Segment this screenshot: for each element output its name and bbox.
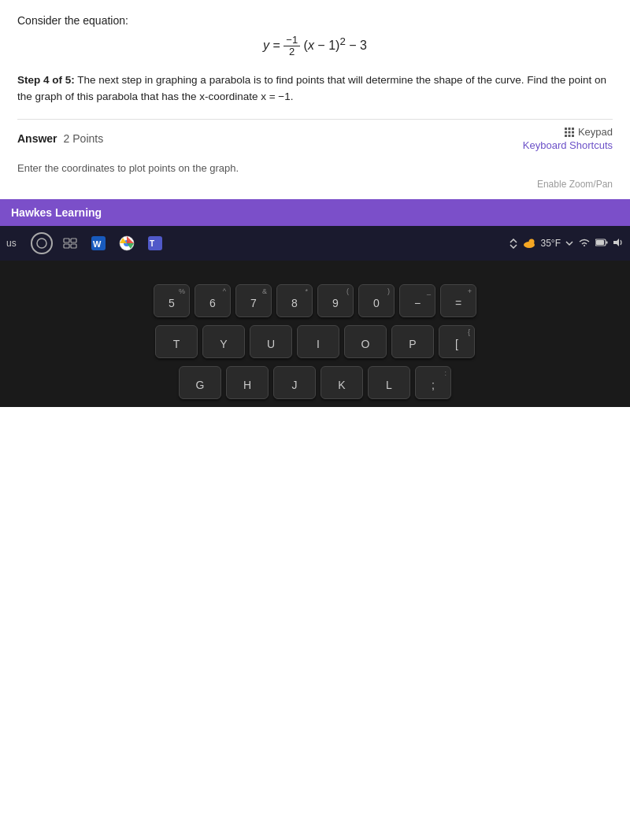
word-icon[interactable]: W <box>87 232 109 254</box>
key-p[interactable]: P <box>391 325 434 358</box>
svg-rect-11 <box>71 239 76 242</box>
keyboard-shortcuts-link[interactable]: Keyboard Shortcuts <box>523 139 613 151</box>
consider-text: Consider the equation: <box>17 14 613 27</box>
enable-zoom-text[interactable]: Enable Zoom/Pan <box>17 179 613 190</box>
svg-rect-10 <box>64 239 69 242</box>
step-bold: Step 4 of 5: <box>17 74 75 86</box>
key-u[interactable]: U <box>250 325 292 358</box>
key-t[interactable]: T <box>155 325 198 358</box>
svg-rect-8 <box>572 135 574 137</box>
fraction: −1 2 <box>284 35 300 58</box>
enter-coords-text: Enter the coordinates to plot points on … <box>17 162 613 174</box>
hawkes-bar: Hawkes Learning <box>0 199 630 226</box>
network-icon[interactable] <box>578 237 591 250</box>
key-l[interactable]: L <box>368 366 410 399</box>
temperature-display: 35°F <box>541 238 561 249</box>
answer-right: Keypad Keyboard Shortcuts <box>523 126 613 151</box>
taskbar-left: us W <box>6 232 166 254</box>
taskbar: us W <box>0 226 630 261</box>
svg-rect-5 <box>572 131 574 133</box>
svg-text:W: W <box>93 239 102 249</box>
start-button[interactable] <box>31 232 53 254</box>
svg-point-21 <box>528 239 534 244</box>
keypad-button[interactable]: Keypad <box>564 126 613 138</box>
chrome-icon[interactable] <box>116 232 138 254</box>
key-g[interactable]: G <box>179 366 221 399</box>
key-k[interactable]: K <box>321 366 363 399</box>
svg-rect-13 <box>71 244 76 248</box>
svg-rect-24 <box>596 240 604 245</box>
svg-point-9 <box>37 239 46 248</box>
us-label: us <box>6 238 17 249</box>
key-i[interactable]: I <box>297 325 339 358</box>
svg-text:T: T <box>150 239 154 248</box>
task-view-icon[interactable] <box>59 232 81 254</box>
keyboard-row-home: G H J K L : ; <box>179 366 451 399</box>
battery-icon <box>595 238 608 249</box>
key-minus[interactable]: _ − <box>399 284 435 317</box>
svg-marker-25 <box>613 239 619 246</box>
svg-rect-0 <box>565 128 567 130</box>
weather-icon <box>522 235 536 252</box>
svg-rect-7 <box>568 135 570 137</box>
key-7[interactable]: & 7 <box>235 284 272 317</box>
key-0[interactable]: ) 0 <box>358 284 395 317</box>
keypad-label: Keypad <box>578 126 613 138</box>
key-equals[interactable]: + = <box>440 284 476 317</box>
keyboard-area: % 5 ^ 6 & 7 * 8 ( 9 ) 0 _ − + = <box>0 261 630 407</box>
svg-rect-23 <box>606 242 608 244</box>
equation-display: y = −1 2 (x − 1)2 − 3 <box>17 35 613 58</box>
step-body: The next step in graphing a parabola is … <box>17 74 606 102</box>
start-icon <box>36 238 47 249</box>
svg-rect-12 <box>64 244 69 248</box>
teams-icon[interactable]: T <box>144 232 166 254</box>
key-8[interactable]: * 8 <box>276 284 313 317</box>
svg-rect-3 <box>565 131 567 133</box>
step-text: Step 4 of 5: The next step in graphing a… <box>17 72 613 105</box>
key-j[interactable]: J <box>273 366 316 399</box>
key-h[interactable]: H <box>226 366 269 399</box>
keyboard-row-numbers: % 5 ^ 6 & 7 * 8 ( 9 ) 0 _ − + = <box>154 284 476 317</box>
keyboard-row-top: T Y U I O P { [ <box>155 325 475 358</box>
divider <box>17 119 613 120</box>
key-6[interactable]: ^ 6 <box>195 284 231 317</box>
answer-row: Answer 2 Points Keypad Keyboard Shortcu <box>17 126 613 151</box>
chevron-up-icon[interactable] <box>510 239 517 249</box>
svg-rect-4 <box>568 131 570 133</box>
key-bracket-open[interactable]: { [ <box>439 325 475 358</box>
key-9[interactable]: ( 9 <box>317 284 354 317</box>
hawkes-label: Hawkes Learning <box>11 206 102 219</box>
tray-chevron-icon[interactable] <box>565 238 573 249</box>
keypad-icon <box>564 127 575 138</box>
key-y[interactable]: Y <box>202 325 245 358</box>
volume-icon[interactable] <box>613 237 624 250</box>
content-area: Consider the equation: y = −1 2 (x − 1)2… <box>0 0 630 199</box>
svg-rect-1 <box>568 128 570 130</box>
answer-label: Answer <box>17 132 57 145</box>
svg-rect-2 <box>572 128 574 130</box>
svg-rect-6 <box>565 135 567 137</box>
taskbar-right: 35°F <box>510 235 624 252</box>
key-o[interactable]: O <box>344 325 387 358</box>
key-semicolon[interactable]: : ; <box>415 366 451 399</box>
points-label: 2 Points <box>64 132 104 145</box>
answer-left: Answer 2 Points <box>17 132 103 145</box>
key-5[interactable]: % 5 <box>154 284 190 317</box>
